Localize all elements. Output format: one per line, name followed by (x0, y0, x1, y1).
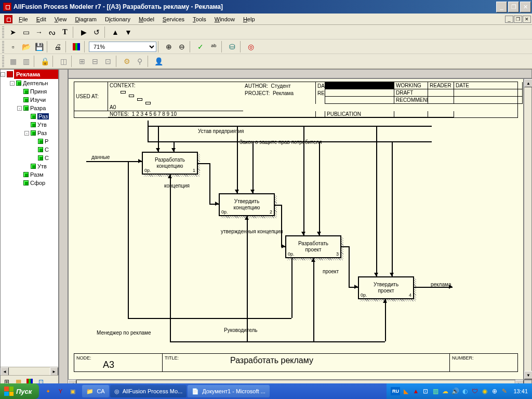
pointer-tool[interactable]: ➤ (7, 26, 19, 38)
menu-diagram[interactable]: Diagram (71, 15, 101, 24)
new-button[interactable]: ▫ (7, 41, 19, 52)
squiggle-tool[interactable]: ᔓ (46, 26, 58, 38)
tree-item[interactable]: -Раз (1, 129, 58, 137)
toolbar-grip[interactable] (2, 26, 4, 38)
mdi-close[interactable]: ✕ (523, 16, 531, 23)
refresh-tool[interactable]: ↺ (90, 26, 103, 38)
tool-b[interactable]: ▥ (20, 56, 32, 67)
canvas-vscroll[interactable]: ▲ ▼ (524, 78, 532, 380)
tool-a[interactable]: ▦ (7, 56, 19, 67)
tray-icon[interactable]: ✎ (500, 387, 509, 395)
tray-icon[interactable]: 🔊 (451, 387, 459, 395)
menu-model[interactable]: Model (135, 15, 158, 24)
arrow-tool[interactable]: → (33, 26, 45, 38)
menu-view[interactable]: View (50, 15, 71, 24)
expander-icon[interactable]: - (10, 81, 15, 86)
tool-c[interactable]: ◫ (57, 56, 70, 67)
mdi-restore[interactable]: ❐ (514, 16, 522, 23)
ql-icon[interactable]: Y (55, 385, 66, 397)
scroll-track[interactable] (9, 367, 50, 375)
tree-item[interactable]: С (1, 145, 58, 154)
taskbar-button[interactable]: 📄Документ1 - Microsoft ... (188, 385, 270, 397)
expander-icon[interactable]: - (1, 72, 5, 77)
tray-icon[interactable]: ◐ (461, 387, 469, 395)
clock[interactable]: 13:41 (513, 388, 528, 394)
tree-item[interactable]: Изучи (1, 96, 58, 104)
menu-services[interactable]: Services (158, 15, 189, 24)
activity-box[interactable]: Разработатьпроект0р.3 (285, 235, 341, 258)
zoomin-button[interactable]: ⊕ (163, 41, 175, 52)
scroll-track-v[interactable] (524, 87, 531, 371)
tree-root[interactable]: Реклама (14, 70, 58, 79)
db-button[interactable]: ⛁ (226, 41, 238, 52)
tree-item[interactable]: Утв (1, 121, 58, 129)
start-button[interactable]: Пуск (0, 383, 39, 399)
tray-icon[interactable]: ▲ (411, 387, 420, 395)
tool-d[interactable]: ⊞ (76, 56, 88, 67)
tree-hscroll[interactable]: ◄ ► (1, 367, 58, 375)
target-button[interactable]: ◎ (245, 41, 257, 52)
tree-item[interactable]: Раз (1, 112, 58, 121)
tree-item[interactable]: С (1, 154, 58, 162)
ql-icon[interactable]: ✦ (42, 385, 54, 397)
activity-box[interactable]: Утвердитьпроект0р.4 (358, 276, 414, 299)
scroll-right-button[interactable]: ► (50, 367, 58, 376)
spell-button[interactable]: ᵃᵇ (207, 41, 220, 52)
tree-item[interactable]: Сфор (1, 179, 58, 187)
tray-icon[interactable]: ◉ (481, 387, 489, 395)
lock-button[interactable]: 🔒 (38, 56, 51, 67)
check-button[interactable]: ✓ (194, 41, 207, 52)
tree-item[interactable]: -Разра (1, 104, 58, 112)
colors-button[interactable] (70, 41, 83, 52)
mdi-minimize[interactable]: _ (505, 16, 513, 23)
tray-icon[interactable]: ⊡ (421, 387, 430, 395)
ql-icon[interactable]: ▣ (67, 385, 78, 397)
zoom-select[interactable]: 71% (89, 42, 156, 52)
activity-box[interactable]: Разработатьконцепцию0р.1 (142, 152, 198, 175)
taskbar-button[interactable]: 📁CA (82, 385, 109, 397)
tree[interactable]: -Реклама -ДеятельнПриняИзучи-РазраРазУтв… (1, 70, 58, 367)
tool-g[interactable]: ⚙ (121, 56, 133, 67)
save-button[interactable]: 💾 (33, 41, 45, 52)
tree-item[interactable]: -Деятельн (1, 79, 58, 87)
text-tool[interactable]: T (59, 26, 71, 38)
tray-icon[interactable]: ☁ (441, 387, 449, 395)
open-button[interactable]: 📂 (20, 41, 32, 52)
tool-i[interactable]: 👤 (152, 56, 165, 67)
tool-f[interactable]: ⊡ (102, 56, 114, 67)
scroll-left-button[interactable]: ◄ (1, 367, 9, 376)
taskbar-button[interactable]: ◎AllFusion Process Mo... (110, 385, 187, 397)
menu-file[interactable]: File (15, 15, 32, 24)
toolbar-grip[interactable] (2, 56, 4, 67)
lang-indicator[interactable]: RU (391, 387, 400, 395)
play-tool[interactable]: ▶ (77, 26, 90, 38)
tool-e[interactable]: ⊟ (89, 56, 101, 67)
expander-icon[interactable]: - (17, 106, 22, 111)
tray-icon[interactable]: ◣ (402, 387, 410, 395)
menu-help[interactable]: Help (239, 15, 259, 24)
tree-item[interactable]: Приня (1, 87, 58, 96)
box-tool[interactable]: ▭ (20, 26, 32, 38)
scroll-down-button[interactable]: ▼ (524, 371, 532, 379)
scroll-up-button[interactable]: ▲ (524, 79, 532, 87)
up-tool[interactable]: ▲ (109, 26, 122, 38)
menu-edit[interactable]: Edit (32, 15, 50, 24)
menu-tools[interactable]: Tools (189, 15, 210, 24)
menu-dictionary[interactable]: Dictionary (101, 15, 135, 24)
toolbar-grip[interactable] (2, 41, 4, 52)
zoomout-button[interactable]: ⊖ (176, 41, 188, 52)
tray-icon[interactable]: ⊕ (490, 387, 499, 395)
tree-item[interactable]: Разм (1, 170, 58, 179)
menu-window[interactable]: Window (210, 15, 239, 24)
tray-icon[interactable]: 🛡 (471, 387, 479, 395)
print-button[interactable]: 🖨 (51, 41, 64, 52)
tray-icon[interactable]: ▥ (431, 387, 440, 395)
tree-item[interactable]: Утв (1, 162, 58, 170)
tool-h[interactable]: ⚲ (134, 56, 146, 67)
down-tool[interactable]: ▼ (122, 26, 135, 38)
close-button[interactable]: ✕ (520, 2, 531, 12)
minimize-button[interactable]: _ (496, 2, 507, 12)
activity-box[interactable]: Утвердитьконцепцию0р.2 (219, 193, 275, 216)
tree-item[interactable]: Р (1, 137, 58, 145)
diagram-canvas[interactable]: USED AT: AUTHOR: Студент DATE: 08.06.201… (68, 78, 524, 380)
